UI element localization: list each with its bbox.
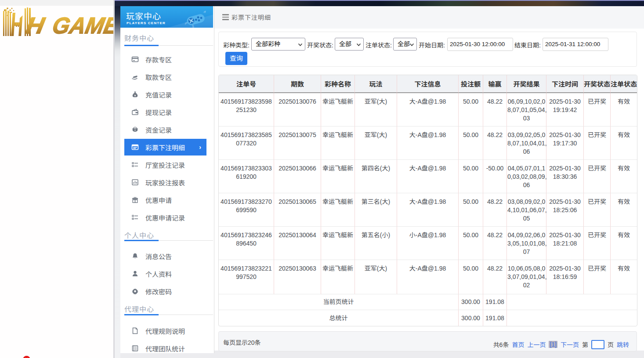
svg-text:GAME: GAME [51, 12, 114, 37]
